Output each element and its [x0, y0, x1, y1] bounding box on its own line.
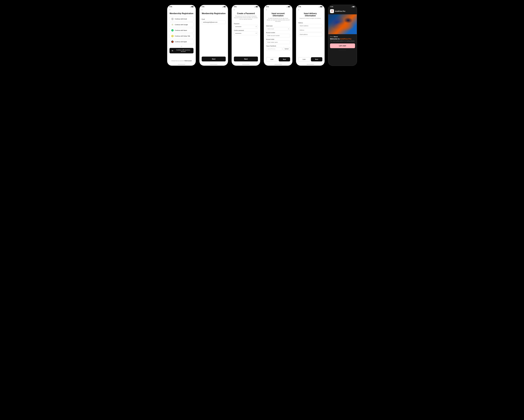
- phone-screen-3: 9:41 ← Create a Password The password mu…: [232, 5, 260, 66]
- screen-content-1: Membership Registration ✉ Continue with …: [167, 11, 196, 63]
- address-input[interactable]: [298, 28, 322, 32]
- status-icons-6: [351, 6, 355, 8]
- naver-icon: N: [171, 29, 174, 31]
- status-bar-2: 9:41: [200, 5, 228, 8]
- bottom-bar-2: [210, 64, 218, 65]
- continue-email-btn[interactable]: ✉ Continue with Email: [169, 17, 193, 21]
- status-bar-1: 9:41: [167, 5, 196, 8]
- screen-content-4: Input account information To settle the …: [264, 11, 292, 63]
- back-button-1[interactable]: ←: [167, 8, 196, 11]
- welcome-logo: ARPR ArtnPrice Pro: [328, 8, 357, 14]
- dear-line: Dear, Naeun: [330, 36, 355, 37]
- battery-icon-3: [256, 6, 258, 7]
- account-holder-input[interactable]: [266, 41, 290, 44]
- wifi-icon-6: [351, 6, 352, 8]
- bottom-bar-1: [178, 64, 185, 65]
- account-footer: Later Next: [266, 56, 290, 61]
- screen-title-5: Input delivery information: [298, 12, 322, 17]
- search-address-input[interactable]: [298, 24, 322, 28]
- account-subtitle: To settle the payment for the sale of yo…: [266, 17, 290, 22]
- email-label-2: Email: [202, 18, 226, 20]
- bank-select[interactable]: Select bank: [266, 27, 290, 31]
- address-label: Address: [298, 22, 322, 24]
- apple-icon: 🍎: [171, 41, 174, 43]
- business-icon: 🗂: [171, 50, 174, 52]
- battery-icon-2: [223, 6, 226, 7]
- back-button-3[interactable]: ←: [232, 8, 260, 11]
- time-5: 9:41: [298, 6, 301, 8]
- already-account: Already have an account? Find Account: [169, 59, 193, 61]
- upload-row: Upload file here Upload: [266, 47, 290, 51]
- next-button-5[interactable]: Next: [311, 57, 322, 61]
- detail-address-input[interactable]: [298, 33, 322, 36]
- account-number-label: Account number: [266, 32, 290, 33]
- lets-start-button[interactable]: Let's start: [330, 43, 355, 48]
- next-button-3[interactable]: Next: [234, 57, 258, 61]
- battery-icon-4: [288, 6, 290, 7]
- confirm-password-input[interactable]: [234, 32, 258, 35]
- google-icon: G: [171, 24, 174, 26]
- account-holder-label: Account holder: [266, 39, 290, 40]
- screen-title-4: Input account information: [266, 12, 290, 17]
- password-input[interactable]: [234, 25, 258, 28]
- password-subtitle: The password must be at least 8 characte…: [234, 15, 258, 20]
- confirm-password-label: Confirm password: [234, 30, 258, 31]
- status-bar-6: 9:41: [328, 5, 357, 8]
- account-number-input[interactable]: [266, 34, 290, 37]
- continue-naver-label: Continue with Naver: [175, 30, 187, 31]
- password-wrapper: 👁: [234, 25, 258, 28]
- confirm-wrapper: 👁: [234, 32, 258, 35]
- copy-bankbook-label: Copy of bankbook: [266, 45, 290, 47]
- wifi-icon-3: [254, 6, 255, 8]
- status-icons-1: [190, 6, 193, 8]
- continue-apple-label: Continue with Apple: [175, 41, 187, 43]
- time-3: 9:41: [234, 6, 237, 8]
- email-input-2[interactable]: [202, 20, 226, 24]
- app-name: ArtnPrice Pro: [335, 10, 345, 12]
- status-bar-4: 9:41: [264, 5, 292, 8]
- continue-business-btn[interactable]: 🗂 Continue with business account: [169, 48, 193, 53]
- later-button-4[interactable]: Later: [266, 57, 278, 61]
- upload-placeholder: Upload file here: [266, 47, 282, 51]
- later-button-5[interactable]: Later: [298, 57, 310, 61]
- status-bar-5: 9:41: [296, 5, 324, 8]
- brand-name: ArtnPrice Pro: [340, 38, 351, 40]
- next-button-2[interactable]: Next: [202, 57, 226, 61]
- select-bank-label: Select bank: [266, 25, 290, 27]
- continue-kakao-label: Continue with Kakao Talk: [175, 35, 190, 37]
- continue-business-label: Continue with business account: [175, 49, 192, 52]
- delivery-footer: Later Next: [298, 56, 322, 61]
- welcome-line: Welcome to ArtnPrice Pro: [330, 38, 355, 40]
- phone-screen-1: 9:41 ← Membership Registration ✉ Continu…: [167, 5, 196, 66]
- phone-screen-6: 9:41 ARPR ArtnPrice Pro Dear, Naeun Welc…: [328, 5, 357, 66]
- continue-naver-btn[interactable]: N Continue with Naver: [169, 28, 193, 33]
- eye-icon-password[interactable]: 👁: [255, 26, 257, 27]
- status-icons-2: [222, 6, 226, 8]
- next-button-4[interactable]: Next: [279, 57, 290, 61]
- screen-content-5: Input delivery information Required for …: [296, 11, 324, 63]
- back-button-2[interactable]: ←: [200, 8, 228, 11]
- time-2: 9:41: [202, 6, 204, 8]
- phone-screen-2: 9:41 ← Membership Registration Email Nex…: [200, 5, 228, 66]
- user-name: Naeun: [334, 36, 338, 37]
- phone-screen-4: 9:41 ← Input account information To sett…: [264, 5, 292, 66]
- continue-apple-btn[interactable]: 🍎 Continue with Apple: [169, 39, 193, 44]
- back-button-5[interactable]: ←: [296, 8, 324, 11]
- bottom-bar-4: [274, 64, 282, 65]
- find-account-link[interactable]: Find Account: [184, 60, 192, 61]
- battery-icon: [191, 6, 193, 7]
- screen-title-1: Membership Registration: [169, 12, 193, 15]
- back-button-4[interactable]: ←: [264, 8, 292, 11]
- wifi-icon-4: [287, 6, 288, 8]
- bottom-bar-6: [339, 50, 346, 50]
- screen-content-2: Membership Registration Email Next: [200, 11, 228, 63]
- battery-icon-6: [352, 6, 355, 7]
- eye-icon-confirm[interactable]: 👁: [255, 33, 257, 34]
- continue-kakao-btn[interactable]: 💬 Continue with Kakao Talk: [169, 34, 193, 38]
- screen-title-3: Create a Password: [234, 12, 258, 15]
- upload-button[interactable]: Upload: [283, 47, 290, 51]
- continue-google-btn[interactable]: G Continue with Google: [169, 22, 193, 27]
- time-1: 9:41: [169, 6, 172, 8]
- artwork-image: [328, 14, 357, 34]
- wifi-icon: [190, 6, 191, 8]
